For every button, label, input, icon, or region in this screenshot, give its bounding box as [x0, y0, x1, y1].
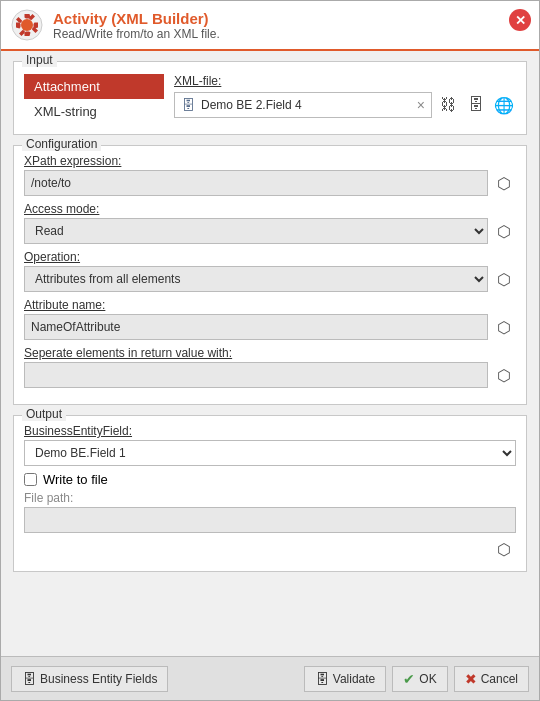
- title-icon-area: [11, 9, 43, 41]
- attribute-name-field: Attribute name: ⬡: [24, 298, 516, 340]
- attribute-name-cube-button[interactable]: ⬡: [492, 315, 516, 339]
- access-mode-cube-button[interactable]: ⬡: [492, 219, 516, 243]
- dialog-title: Activity (XML Builder): [53, 10, 220, 27]
- attribute-name-label: Attribute name:: [24, 298, 516, 312]
- output-icon-area: ⬡: [24, 537, 516, 561]
- output-section: Output BusinessEntityField: Demo BE.Fiel…: [13, 415, 527, 572]
- business-entity-fields-button[interactable]: 🗄 Business Entity Fields: [11, 666, 168, 692]
- cancel-label: Cancel: [481, 672, 518, 686]
- xpath-input[interactable]: [24, 170, 488, 196]
- validate-label: Validate: [333, 672, 375, 686]
- validate-button[interactable]: 🗄 Validate: [304, 666, 386, 692]
- input-section: Input Attachment XML-string XML-file: 🗄 …: [13, 61, 527, 135]
- validate-icon: 🗄: [315, 671, 329, 687]
- be-fields-icon: 🗄: [22, 671, 36, 687]
- operation-field: Operation: Attributes from all elements …: [24, 250, 516, 292]
- separate-cube-button[interactable]: ⬡: [492, 363, 516, 387]
- db-icon-button[interactable]: 🗄: [464, 93, 488, 117]
- separate-label: Seperate elements in return value with:: [24, 346, 516, 360]
- file-path-label: File path:: [24, 491, 516, 505]
- ok-button[interactable]: ✔ OK: [392, 666, 447, 692]
- attribute-name-input[interactable]: [24, 314, 488, 340]
- tab-xml-string[interactable]: XML-string: [24, 99, 164, 124]
- tab-attachment[interactable]: Attachment: [24, 74, 164, 99]
- configuration-section-label: Configuration: [22, 137, 101, 151]
- attribute-name-row: ⬡: [24, 314, 516, 340]
- chain-icon-button[interactable]: ⛓: [436, 93, 460, 117]
- ok-icon: ✔: [403, 671, 415, 687]
- xml-file-value: Demo BE 2.Field 4: [201, 98, 411, 112]
- be-fields-label: Business Entity Fields: [40, 672, 157, 686]
- xpath-field: XPath expression: ⬡: [24, 154, 516, 196]
- footer: 🗄 Business Entity Fields 🗄 Validate ✔ OK…: [1, 656, 539, 700]
- business-entity-select[interactable]: Demo BE.Field 1: [24, 440, 516, 466]
- access-mode-label: Access mode:: [24, 202, 516, 216]
- operation-select[interactable]: Attributes from all elements Get element…: [24, 266, 488, 292]
- input-section-label: Input: [22, 53, 57, 67]
- xml-file-input-box[interactable]: 🗄 Demo BE 2.Field 4 ×: [174, 92, 432, 118]
- operation-row: Attributes from all elements Get element…: [24, 266, 516, 292]
- globe-icon-button[interactable]: 🌐: [492, 93, 516, 117]
- xpath-cube-button[interactable]: ⬡: [492, 171, 516, 195]
- access-mode-row: Read Write ⬡: [24, 218, 516, 244]
- input-row: Attachment XML-string XML-file: 🗄 Demo B…: [24, 74, 516, 124]
- xml-file-input-row: 🗄 Demo BE 2.Field 4 × ⛓ 🗄 🌐: [174, 92, 516, 118]
- write-to-file-row: Write to file: [24, 472, 516, 487]
- file-path-input[interactable]: [24, 507, 516, 533]
- title-text: Activity (XML Builder) Read/Write from/t…: [53, 10, 220, 41]
- input-tabs: Attachment XML-string: [24, 74, 164, 124]
- close-button[interactable]: ✕: [509, 9, 531, 31]
- separate-field: Seperate elements in return value with: …: [24, 346, 516, 388]
- output-section-label: Output: [22, 407, 66, 421]
- configuration-section: Configuration XPath expression: ⬡ Access…: [13, 145, 527, 405]
- access-mode-select[interactable]: Read Write: [24, 218, 488, 244]
- xml-file-area: XML-file: 🗄 Demo BE 2.Field 4 × ⛓ 🗄 🌐: [174, 74, 516, 124]
- cancel-button[interactable]: ✖ Cancel: [454, 666, 529, 692]
- separate-input[interactable]: [24, 362, 488, 388]
- access-mode-field: Access mode: Read Write ⬡: [24, 202, 516, 244]
- separate-row: ⬡: [24, 362, 516, 388]
- title-bar: Activity (XML Builder) Read/Write from/t…: [1, 1, 539, 51]
- file-path-row: [24, 507, 516, 533]
- xpath-input-row: ⬡: [24, 170, 516, 196]
- operation-cube-button[interactable]: ⬡: [492, 267, 516, 291]
- footer-left: 🗄 Business Entity Fields: [11, 666, 298, 692]
- business-entity-field: BusinessEntityField: Demo BE.Field 1: [24, 424, 516, 466]
- write-to-file-label: Write to file: [43, 472, 108, 487]
- cancel-icon: ✖: [465, 671, 477, 687]
- business-entity-label: BusinessEntityField:: [24, 424, 516, 438]
- output-cube-button[interactable]: ⬡: [492, 537, 516, 561]
- business-entity-select-row: Demo BE.Field 1: [24, 440, 516, 466]
- write-to-file-checkbox[interactable]: [24, 473, 37, 486]
- xml-clear-button[interactable]: ×: [417, 97, 425, 113]
- dialog-subtitle: Read/Write from/to an XML file.: [53, 27, 220, 41]
- xpath-label: XPath expression:: [24, 154, 516, 168]
- xml-file-label: XML-file:: [174, 74, 516, 88]
- db-icon: 🗄: [181, 97, 195, 113]
- ok-label: OK: [419, 672, 436, 686]
- dialog-container: Activity (XML Builder) Read/Write from/t…: [0, 0, 540, 701]
- operation-label: Operation:: [24, 250, 516, 264]
- main-content: Input Attachment XML-string XML-file: 🗄 …: [1, 51, 539, 656]
